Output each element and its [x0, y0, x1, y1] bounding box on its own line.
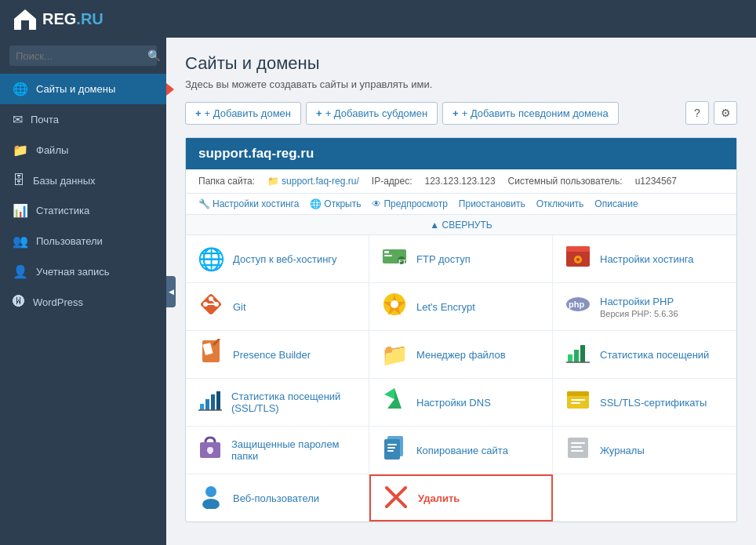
- file-manager-icon: 📁: [380, 342, 409, 368]
- stats-icon: 📊: [13, 203, 28, 218]
- tool-git[interactable]: Git: [186, 283, 369, 331]
- preview-icon: 👁: [372, 198, 381, 209]
- tool-password-folders[interactable]: Защищенные паролем папки: [186, 427, 369, 474]
- ssl-cert-name: SSL/TLS-сертификаты: [600, 397, 707, 409]
- svg-point-10: [576, 258, 580, 261]
- settings-button[interactable]: ⚙: [714, 101, 737, 125]
- plus-icon-2: +: [316, 107, 322, 119]
- sidebar-item-stats[interactable]: 📊 Статистика: [0, 195, 166, 226]
- disable-link[interactable]: Отключить: [536, 198, 584, 209]
- svg-rect-37: [567, 391, 589, 396]
- svg-rect-45: [387, 444, 397, 445]
- sidebar-label-mail: Почта: [31, 114, 59, 125]
- git-icon: [197, 291, 225, 322]
- tool-copy-site[interactable]: Копирование сайта: [369, 427, 553, 474]
- tool-logs[interactable]: Журналы: [553, 427, 736, 474]
- tool-ssl-cert[interactable]: SSL/TLS-сертификаты: [553, 379, 736, 427]
- sidebar-collapse-handle[interactable]: ◀: [166, 276, 176, 307]
- delete-icon: [382, 485, 410, 512]
- sidebar-item-mail[interactable]: ✉ Почта: [0, 104, 166, 135]
- svg-rect-26: [574, 350, 579, 362]
- svg-rect-32: [216, 391, 220, 410]
- hosting-settings-link[interactable]: 🔧 Настройки хостинга: [198, 198, 299, 209]
- logo-text: REG.RU: [42, 10, 104, 28]
- sidebar-item-wordpress[interactable]: 🅦 WordPress: [0, 287, 166, 317]
- ssl-stats-name: Статистика посещений (SSL/TLS): [231, 391, 358, 414]
- wp-icon: 🅦: [13, 295, 25, 309]
- tool-ssl-stats[interactable]: Статистика посещений (SSL/TLS): [186, 379, 369, 427]
- domain-title: support.faq-reg.ru: [198, 146, 314, 161]
- tool-delete[interactable]: Удалить: [369, 474, 553, 521]
- tool-php-settings[interactable]: php Настройки PHP Версия PHP: 5.6.36: [553, 283, 736, 331]
- help-button[interactable]: ?: [685, 101, 709, 125]
- svg-rect-30: [205, 399, 209, 410]
- sysuser-value: u1234567: [635, 176, 677, 187]
- preview-link[interactable]: 👁 Предпросмотр: [372, 198, 447, 209]
- tool-web-users[interactable]: Веб-пользователи: [186, 474, 369, 521]
- tool-hosting-settings[interactable]: Настройки хостинга: [553, 235, 736, 283]
- description-link[interactable]: Описание: [594, 198, 638, 209]
- tool-dns[interactable]: Настройки DNS: [369, 379, 553, 427]
- tool-letsencrypt[interactable]: Let's Encrypt: [369, 283, 553, 331]
- svg-rect-38: [571, 399, 585, 401]
- sidebar-item-sites[interactable]: 🌐 Сайты и домены: [0, 74, 166, 104]
- dns-icon: [380, 387, 409, 418]
- ip-label: IP-адрес:: [372, 176, 413, 187]
- tool-presence-builder[interactable]: Presence Builder: [186, 331, 369, 379]
- svg-point-19: [391, 300, 398, 308]
- tool-web-hosting[interactable]: 🌐 Доступ к веб-хостингу: [186, 235, 369, 283]
- svg-rect-49: [571, 442, 585, 444]
- ip-value: 123.123.123.123: [425, 176, 496, 187]
- pause-link[interactable]: Приостановить: [459, 198, 525, 209]
- tool-file-manager[interactable]: 📁 Менеджер файлов: [369, 331, 553, 379]
- svg-text:php: php: [569, 300, 584, 309]
- arrow-indicator: [166, 83, 174, 96]
- open-link[interactable]: 🌐 Открыть: [310, 198, 361, 209]
- sidebar-label-wordpress: WordPress: [33, 296, 83, 308]
- db-icon: 🗄: [13, 173, 25, 187]
- mail-icon: ✉: [13, 112, 23, 127]
- sysuser-label: Системный пользователь:: [508, 176, 623, 187]
- svg-rect-8: [566, 246, 590, 252]
- svg-rect-1: [21, 20, 29, 30]
- logo-house-icon: [13, 8, 38, 30]
- sidebar: 🔍 🌐 Сайты и домены ✉ Почта 📁 Файлы 🗄 Баз…: [0, 38, 166, 545]
- sidebar-item-databases[interactable]: 🗄 Базы данных: [0, 165, 166, 195]
- search-input[interactable]: [16, 50, 147, 62]
- file-manager-name: Менеджер файлов: [416, 349, 506, 361]
- svg-rect-46: [387, 447, 395, 449]
- domain-section: support.faq-reg.ru Папка сайта: 📁 suppor…: [185, 137, 737, 522]
- svg-rect-29: [200, 404, 204, 410]
- add-domain-button[interactable]: + + Добавить домен: [185, 102, 301, 125]
- ssl-cert-icon: [564, 387, 592, 418]
- hosting-settings-tool-name: Настройки хостинга: [600, 253, 694, 265]
- tool-visit-stats[interactable]: Статистика посещений: [553, 331, 736, 379]
- add-subdomain-button[interactable]: + + Добавить субдомен: [306, 102, 438, 125]
- logs-name: Журналы: [600, 445, 645, 456]
- search-box: 🔍: [0, 38, 166, 74]
- password-folders-icon: [197, 434, 224, 466]
- add-alias-button[interactable]: + + Добавить псевдоним домена: [442, 102, 619, 125]
- globe-icon: 🌐: [13, 82, 28, 96]
- svg-rect-50: [571, 446, 582, 448]
- sidebar-item-files[interactable]: 📁 Файлы: [0, 135, 166, 165]
- svg-rect-4: [384, 255, 392, 256]
- account-icon: 👤: [13, 264, 28, 279]
- folder-link[interactable]: 📁 support.faq-reg.ru/: [267, 176, 359, 187]
- sidebar-label-account: Учетная запись: [36, 266, 110, 278]
- sidebar-item-users[interactable]: 👥 Пользователи: [0, 226, 166, 256]
- web-hosting-name: Доступ к веб-хостингу: [233, 253, 337, 265]
- tool-ftp[interactable]: FTP FTP доступ: [369, 235, 553, 283]
- sidebar-item-account[interactable]: 👤 Учетная запись: [0, 256, 166, 287]
- svg-text:FTP: FTP: [398, 258, 408, 265]
- wrench-icon: 🔧: [198, 198, 210, 209]
- header: REG.RU: [0, 0, 756, 38]
- sidebar-label-files: Файлы: [36, 144, 68, 156]
- domain-header: support.faq-reg.ru: [186, 138, 736, 169]
- collapse-bar[interactable]: ▲ СВЕРНУТЬ: [186, 215, 736, 235]
- svg-marker-35: [384, 388, 394, 399]
- svg-rect-25: [568, 354, 572, 362]
- visit-stats-icon: [564, 339, 592, 370]
- tools-grid: 🌐 Доступ к веб-хостингу FTP: [186, 235, 736, 521]
- logo: REG.RU: [13, 8, 104, 30]
